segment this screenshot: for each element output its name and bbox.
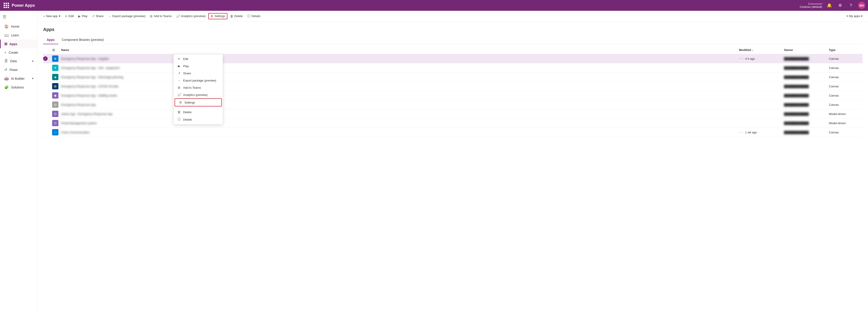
environment-selector[interactable]: Environment Contoso (default) xyxy=(800,2,822,8)
owner-cell: ████████████ xyxy=(784,122,829,125)
table-row[interactable]: ◈ Emergency Response App - Discharge pla… xyxy=(43,72,863,82)
owner-cell: ████████████ xyxy=(784,94,829,97)
menu-item-add-to-teams[interactable]: ⊞ Add to Teams xyxy=(174,84,223,91)
owner-cell: ████████████ xyxy=(784,85,829,88)
menu-item-details[interactable]: ⓘ Details xyxy=(174,116,223,123)
app-title: Power Apps xyxy=(12,3,800,8)
row-more-icon[interactable]: ··· xyxy=(739,57,743,61)
modified-cell: ··· 1 wk ago xyxy=(739,130,784,134)
ai-builder-icon: 🤖 xyxy=(4,76,9,81)
apps-table: ⊞ Name Modified ↓ Owner Type ✓ ⊕ Emergen… xyxy=(43,46,863,137)
sidebar-item-label: AI Builder xyxy=(11,77,25,80)
export-button[interactable]: → Export package (preview) xyxy=(106,13,147,19)
col-header-type[interactable]: Type xyxy=(829,48,863,51)
details-label: Details xyxy=(251,14,260,18)
menu-item-delete[interactable]: 🗑 Delete xyxy=(174,108,223,116)
menu-item-export[interactable]: → Export package (preview) xyxy=(174,77,223,84)
commandbar: + New app ▾ ✏ Edit ▶ Play ↗ Share → Expo… xyxy=(38,11,868,22)
avatar[interactable]: MA xyxy=(858,2,865,9)
app-icon: ⊞ xyxy=(52,83,58,90)
tab-component-libraries[interactable]: Component libraries (preview) xyxy=(58,36,107,44)
sidebar: ☰ 🏠 Home 📖 Learn ⊞ Apps + Create 🗄 Data … xyxy=(0,11,38,311)
col-header-name[interactable]: Name xyxy=(61,48,739,51)
column-select-icon[interactable]: ⊞ xyxy=(52,48,61,52)
learn-icon: 📖 xyxy=(4,33,9,37)
sidebar-toggle[interactable]: ☰ xyxy=(0,12,37,21)
details-icon: ⓘ xyxy=(247,14,250,18)
menu-item-share[interactable]: ↗ Share xyxy=(174,70,223,77)
row-more-icon[interactable]: ··· xyxy=(739,130,743,134)
new-app-label: New app xyxy=(46,14,58,18)
app-icon: ◈ xyxy=(52,74,58,80)
share-label: Share xyxy=(96,14,103,18)
type-cell: Model-driven xyxy=(829,112,863,116)
owner-cell: ████████████ xyxy=(784,112,829,116)
add-to-teams-label: Add to Teams xyxy=(154,14,172,18)
sidebar-item-label: Data xyxy=(10,59,17,63)
sidebar-item-learn[interactable]: 📖 Learn xyxy=(0,31,37,39)
sidebar-item-data[interactable]: 🗄 Data ▼ xyxy=(0,57,37,65)
sidebar-item-solutions[interactable]: 🧩 Solutions xyxy=(0,83,37,92)
table-row[interactable]: ✓ ⊕ Emergency Response App - Supplier ··… xyxy=(43,54,863,63)
edit-button[interactable]: ✏ Edit xyxy=(63,13,75,19)
app-name: Emergency Response App - COVID-19 data xyxy=(61,85,739,88)
tab-apps[interactable]: Apps xyxy=(43,36,58,44)
col-header-modified[interactable]: Modified ↓ xyxy=(739,48,784,51)
share-icon: ↗ xyxy=(92,14,95,18)
delete-button[interactable]: 🗑 Delete xyxy=(228,13,245,19)
sidebar-item-home[interactable]: 🏠 Home xyxy=(0,22,37,31)
sidebar-item-create[interactable]: + Create xyxy=(0,48,37,57)
type-cell: Canvas xyxy=(829,66,863,70)
table-row[interactable]: 🌐 Crisis Communication ··· 1 wk ago ████… xyxy=(43,128,863,137)
col-header-owner[interactable]: Owner xyxy=(784,48,829,51)
hamburger-icon: ≡ xyxy=(846,14,848,18)
sidebar-item-label: Create xyxy=(8,51,18,54)
waffle-menu[interactable] xyxy=(3,2,10,9)
type-cell: Canvas xyxy=(829,94,863,97)
type-cell: Canvas xyxy=(829,75,863,79)
menu-item-play[interactable]: ▶ Play xyxy=(174,62,223,70)
share-button[interactable]: ↗ Share xyxy=(90,13,105,19)
table-row[interactable]: ⊞ Emergency Response App - COVID-19 data… xyxy=(43,82,863,91)
app-name: Emergency Response App - Discharge plann… xyxy=(61,75,739,79)
table-row[interactable]: ⊡ Admin App - Emergency Response App ███… xyxy=(43,109,863,118)
delete-menu-icon: 🗑 xyxy=(177,110,181,114)
modified-time: 4 h ago xyxy=(745,57,755,60)
settings-icon[interactable]: ⚙ xyxy=(837,2,844,9)
app-name: Admin App - Emergency Response App xyxy=(61,112,739,116)
new-app-chevron-icon: ▾ xyxy=(59,14,60,18)
create-icon: + xyxy=(4,50,6,55)
table-row[interactable]: ⊡ Portal Management system ████████████ … xyxy=(43,118,863,128)
my-apps-chevron-icon: ▾ xyxy=(861,14,863,18)
delete-icon: 🗑 xyxy=(230,14,233,18)
edit-label: Edit xyxy=(69,14,74,18)
sidebar-item-ai-builder[interactable]: 🤖 AI Builder ▼ xyxy=(0,74,37,83)
help-icon[interactable]: ? xyxy=(847,2,855,9)
environment-name: Contoso (default) xyxy=(800,5,822,8)
menu-item-analytics[interactable]: 📈 Analytics (preview) xyxy=(174,91,223,98)
add-to-teams-button[interactable]: ⊞ Add to Teams xyxy=(148,13,173,19)
table-row[interactable]: ◎ Emergency Response App ████████████ Ca… xyxy=(43,100,863,109)
table-row[interactable]: ✦ Emergency Response App - Self - equipm… xyxy=(43,63,863,72)
type-cell: Canvas xyxy=(829,103,863,106)
analytics-button[interactable]: 📈 Analytics (preview) xyxy=(174,13,207,19)
edit-icon: ✏ xyxy=(65,14,68,18)
my-apps-button[interactable]: ≡ My apps ▾ xyxy=(845,13,864,19)
sidebar-item-flows[interactable]: ↺ Flows xyxy=(0,65,37,74)
sidebar-item-label: Learn xyxy=(11,33,19,37)
home-icon: 🏠 xyxy=(4,24,9,29)
menu-item-label: Settings xyxy=(184,101,195,104)
sidebar-item-apps[interactable]: ⊞ Apps xyxy=(0,39,37,48)
play-menu-icon: ▶ xyxy=(177,64,181,68)
settings-button[interactable]: ⚙ Settings xyxy=(208,13,227,19)
menu-item-settings[interactable]: ⚙ Settings xyxy=(175,98,222,106)
table-row[interactable]: ◉ Emergency Response App - Staffing need… xyxy=(43,91,863,100)
type-cell: Model-driven xyxy=(829,122,863,125)
play-button[interactable]: ▶ Play xyxy=(76,13,89,19)
settings-gear-icon: ⚙ xyxy=(211,14,213,18)
menu-item-edit[interactable]: ✏ Edit xyxy=(174,55,223,62)
notifications-icon[interactable]: 🔔 xyxy=(826,2,833,9)
details-button[interactable]: ⓘ Details xyxy=(245,13,262,19)
new-app-button[interactable]: + New app ▾ xyxy=(41,13,62,19)
topbar: Power Apps Environment Contoso (default)… xyxy=(0,0,868,11)
